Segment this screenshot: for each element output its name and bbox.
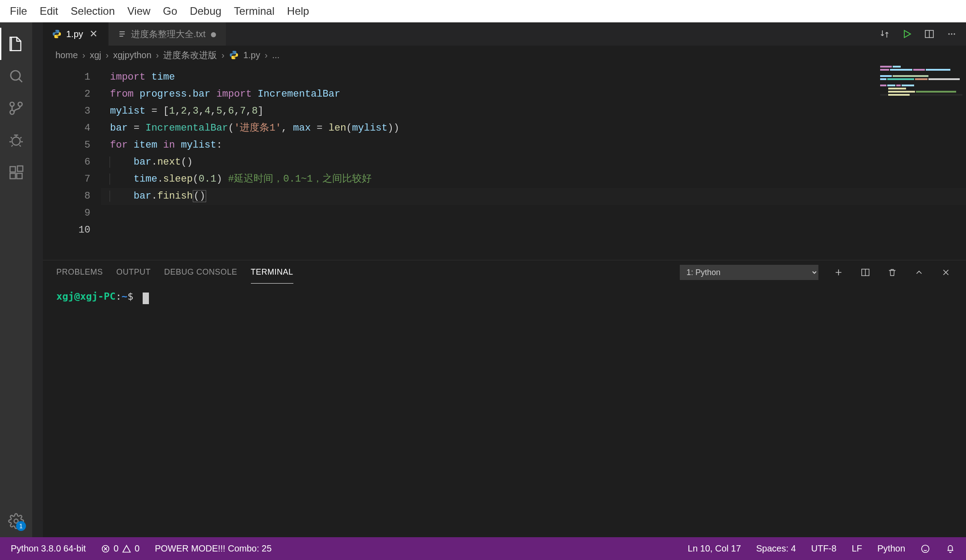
status-indent-label: Spaces: 4: [756, 543, 796, 554]
status-power-mode[interactable]: POWER MODE!!! Combo: 25: [151, 543, 275, 554]
extensions-icon[interactable]: [0, 157, 32, 189]
split-terminal-icon[interactable]: [859, 267, 872, 277]
explorer-icon[interactable]: [0, 28, 32, 60]
terminal-sep: :: [115, 291, 121, 302]
terminal-cursor: [143, 293, 149, 304]
panel-tab-problems[interactable]: PROBLEMS: [56, 261, 103, 284]
chevron-right-icon: ›: [82, 50, 85, 60]
status-language-label: Python: [877, 543, 905, 554]
compare-changes-icon[interactable]: [879, 29, 890, 39]
breadcrumb-segment[interactable]: ...: [272, 50, 280, 60]
menu-help[interactable]: Help: [281, 5, 315, 17]
terminal-user-host: xgj@xgj-PC: [56, 291, 115, 302]
python-file-icon: [52, 29, 62, 39]
breadcrumb-segment[interactable]: xgj: [90, 50, 102, 60]
status-warnings: 0: [135, 543, 140, 554]
search-icon[interactable]: [0, 60, 32, 92]
status-language[interactable]: Python: [874, 543, 909, 554]
code-line[interactable]: from progress.bar import IncrementalBar: [101, 86, 966, 103]
svg-point-4: [12, 137, 20, 145]
split-editor-icon[interactable]: [924, 29, 935, 39]
activity-bar: 1: [0, 22, 32, 537]
code-line[interactable]: mylist = [1,2,3,4,5,6,7,8]: [101, 103, 966, 120]
status-indent[interactable]: Spaces: 4: [753, 543, 800, 554]
breadcrumb-segment[interactable]: 1.py: [243, 50, 260, 60]
status-bell-icon[interactable]: [942, 544, 959, 554]
editor-tab[interactable]: 1.py✕: [43, 22, 109, 46]
editor-group: 1.py✕进度条整理大全.txt● home›xgj›xgjpython›进度条…: [43, 22, 966, 537]
panel-tabs: PROBLEMSOUTPUTDEBUG CONSOLETERMINAL 1: P…: [43, 260, 966, 284]
terminal-selector[interactable]: 1: Python: [680, 265, 818, 280]
status-cursor[interactable]: Ln 10, Col 17: [684, 543, 745, 554]
editor-tab[interactable]: 进度条整理大全.txt●: [109, 22, 226, 46]
code-line[interactable]: bar = IncrementalBar('进度条1', max = len(m…: [101, 120, 966, 137]
maximize-panel-icon[interactable]: [912, 267, 926, 277]
breadcrumb-segment[interactable]: xgjpython: [113, 50, 152, 60]
status-encoding[interactable]: UTF-8: [808, 543, 840, 554]
menu-edit[interactable]: Edit: [34, 5, 64, 17]
line-numbers: 12345678910: [43, 64, 101, 260]
code-line[interactable]: for item in mylist:: [101, 137, 966, 154]
python-file-icon: [229, 50, 239, 60]
tab-label: 进度条整理大全.txt: [131, 28, 206, 40]
minimap[interactable]: [877, 64, 966, 140]
settings-gear-icon[interactable]: 1: [0, 505, 32, 537]
svg-point-2: [10, 110, 14, 115]
svg-point-0: [11, 71, 20, 80]
svg-rect-8: [17, 166, 23, 171]
panel: PROBLEMSOUTPUTDEBUG CONSOLETERMINAL 1: P…: [43, 260, 966, 537]
menu-terminal[interactable]: Terminal: [228, 5, 281, 17]
svg-point-16: [922, 545, 929, 552]
panel-tab-terminal[interactable]: TERMINAL: [251, 261, 293, 284]
dirty-indicator-icon: ●: [210, 27, 217, 41]
breadcrumb[interactable]: home›xgj›xgjpython›进度条改进版›1.py›...: [43, 46, 966, 64]
breadcrumb-segment[interactable]: 进度条改进版: [163, 49, 217, 61]
menu-go[interactable]: Go: [157, 5, 183, 17]
svg-point-3: [10, 102, 14, 106]
svg-rect-7: [17, 174, 22, 179]
chevron-right-icon: ›: [221, 50, 225, 60]
menubar: FileEditSelectionViewGoDebugTerminalHelp: [0, 0, 966, 22]
status-interpreter[interactable]: Python 3.8.0 64-bit: [7, 543, 89, 554]
status-problems[interactable]: 0 0: [97, 543, 143, 554]
code-editor[interactable]: 12345678910 import timefrom progress.bar…: [43, 64, 966, 260]
status-feedback-icon[interactable]: [917, 544, 934, 554]
close-panel-icon[interactable]: [939, 267, 953, 277]
code-line[interactable]: import time: [101, 69, 966, 86]
code-line[interactable]: bar.finish(): [101, 188, 966, 205]
source-control-icon[interactable]: [0, 92, 32, 124]
status-interpreter-label: Python 3.8.0 64-bit: [11, 543, 86, 554]
breadcrumb-segment[interactable]: home: [55, 50, 78, 60]
tab-label: 1.py: [66, 29, 83, 39]
debug-icon[interactable]: [0, 124, 32, 157]
menu-debug[interactable]: Debug: [183, 5, 228, 17]
status-power-mode-label: POWER MODE!!! Combo: 25: [155, 543, 271, 554]
menu-selection[interactable]: Selection: [64, 5, 121, 17]
editor-left-gutter: [32, 22, 43, 537]
kill-terminal-icon[interactable]: [886, 267, 899, 277]
more-actions-icon[interactable]: [946, 29, 957, 39]
chevron-right-icon: ›: [156, 50, 159, 60]
menu-view[interactable]: View: [121, 5, 157, 17]
panel-tab-debug-console[interactable]: DEBUG CONSOLE: [164, 261, 237, 284]
status-eol[interactable]: LF: [848, 543, 865, 554]
settings-badge: 1: [16, 521, 26, 531]
svg-point-13: [953, 33, 955, 34]
panel-tab-output[interactable]: OUTPUT: [116, 261, 151, 284]
text-file-icon: [118, 30, 127, 38]
chevron-right-icon: ›: [106, 50, 109, 60]
status-errors: 0: [114, 543, 119, 554]
menu-file[interactable]: File: [4, 5, 34, 17]
workbench: 1 1.py✕进度条整理大全.txt● hom: [0, 22, 966, 537]
terminal-path: ~: [122, 291, 127, 302]
close-tab-icon[interactable]: ✕: [88, 28, 99, 40]
code-line[interactable]: time.sleep(0.1) #延迟时间，0.1~1，之间比较好: [101, 171, 966, 188]
svg-point-1: [18, 102, 22, 106]
new-terminal-icon[interactable]: [832, 267, 845, 277]
run-icon[interactable]: [902, 29, 912, 39]
svg-point-11: [948, 33, 949, 34]
code-line[interactable]: bar.next(): [101, 154, 966, 171]
code-content[interactable]: import timefrom progress.bar import Incr…: [101, 64, 966, 260]
status-cursor-label: Ln 10, Col 17: [688, 543, 741, 554]
terminal[interactable]: xgj@xgj-PC:~$: [43, 284, 966, 537]
